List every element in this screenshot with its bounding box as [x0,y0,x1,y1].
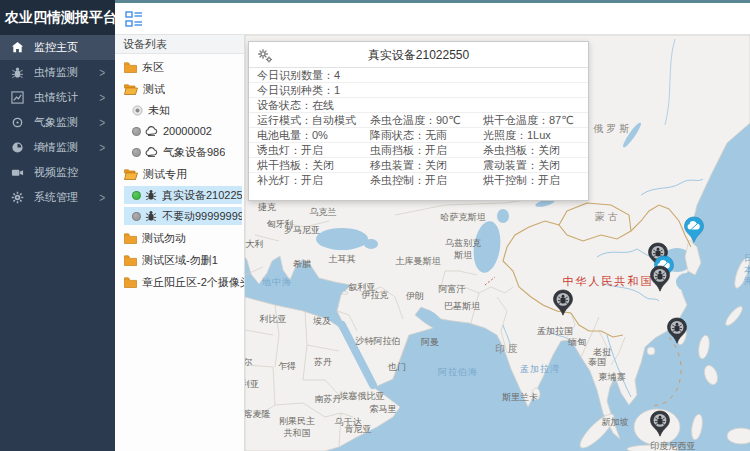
tree-device[interactable]: 真实设备21022550 [124,186,242,204]
popup-header: 真实设备21022550 [249,42,588,68]
popup-grid-cell: 烘干控制：开启 [475,173,588,188]
popup-grid-cell: 震动装置：关闭 [475,158,588,172]
popup-grid-row: 电池电量：0%降雨状态：无雨光照度：1Lux [249,128,588,143]
tree-panel-toggle-icon[interactable] [125,10,143,28]
sidebar-item-label: 系统管理 [34,190,78,205]
sidebar-item-2[interactable]: 虫情监测> [0,60,115,85]
popup-stat-row: 今日识别数量：4 [249,68,588,83]
sidebar-item-label: 气象监测 [34,115,78,130]
unknown-device-icon [132,105,143,116]
popup-grid-row: 诱虫灯：开启虫雨挡板：开启杀虫挡板：关闭 [249,143,588,158]
tree-folder[interactable]: 章丘阳丘区-2个摄像头 [115,273,244,291]
insect-device-marker[interactable] [649,410,671,438]
sidebar-item-label: 虫情统计 [34,90,78,105]
video-icon [10,166,24,180]
settings-gears-icon[interactable] [257,47,273,63]
folder-icon [124,255,137,266]
folder-icon [124,233,137,244]
folder-open-icon [124,84,138,95]
chevron-right-icon: > [99,115,105,129]
tree-item-label: 真实设备21022550 [162,188,242,203]
sidebar-item-label: 虫情监测 [34,65,78,80]
popup-grid-cell: 烘干挡板：关闭 [249,158,362,172]
tree-folder[interactable]: 测试勿动 [115,229,244,247]
sidebar-item-7[interactable]: 系统管理> [0,185,115,210]
popup-grid-cell: 移虫装置：关闭 [362,158,475,172]
popup-grid-cell: 降雨状态：无雨 [362,128,475,142]
insect-device-icon [145,189,157,201]
device-list-panel: 设备列表 东区测试未知20000002气象设备986测试专用真实设备210225… [115,35,245,451]
tree-item-label: 20000002 [163,125,212,137]
chevron-right-icon: > [99,90,105,104]
sidebar-item-label: 视频监控 [34,165,78,180]
tree-item-label: 未知 [148,103,170,118]
weather-device-icon [145,126,158,136]
popup-grid-row: 补光灯：开启杀虫控制：开启烘干控制：开启 [249,173,588,188]
home-icon [10,41,24,55]
tree-device[interactable]: 不要动99999999 [124,207,242,225]
chevron-right-icon: > [99,140,105,154]
folder-open-icon [124,169,138,180]
tree-device[interactable]: 未知 [115,101,244,119]
sidebar-item-4[interactable]: 气象监测> [0,110,115,135]
popup-grid-cell: 电池电量：0% [249,128,362,142]
tree-item-label: 章丘阳丘区-2个摄像头 [142,275,244,290]
tree-folder[interactable]: 测试专用 [115,165,244,183]
app-title: 农业四情测报平台 [0,0,115,35]
popup-stat-row: 今日识别种类：1 [249,83,588,98]
popup-grid-cell: 虫雨挡板：开启 [362,143,475,157]
sidebar-item-label: 监控主页 [34,40,78,55]
popup-stat-row: 设备状态：在线 [249,98,588,113]
tree-item-label: 东区 [142,60,164,75]
sidebar-item-label: 墒情监测 [34,140,78,155]
insect-device-marker[interactable] [666,317,688,345]
folder-icon [124,62,137,73]
chevron-right-icon: > [99,65,105,79]
sidebar-menu: 监控主页虫情监测>虫情统计>气象监测>墒情监测>视频监控系统管理> [0,35,115,210]
chart-icon [10,91,24,105]
tree-item-label: 气象设备986 [163,145,225,160]
sidebar-item-3[interactable]: 虫情统计> [0,85,115,110]
status-offline-dot [132,212,141,221]
popup-grid-cell: 运行模式：自动模式 [249,113,362,127]
tree-item-label: 测试专用 [143,167,187,182]
tree-folder[interactable]: 测试 [115,80,244,98]
map-canvas[interactable]: 俄罗斯蒙古中华人民共和国捷克乌克兰哈萨克斯坦匈牙利罗马尼亚意大利乌兹别克 斯坦土… [245,35,750,451]
tree-device[interactable]: 20000002 [115,122,244,140]
popup-grid-cell: 烘干仓温度：87℃ [475,113,588,127]
status-offline-dot [132,148,141,157]
sidebar-item-1[interactable]: 监控主页 [0,35,115,60]
weather-icon [10,116,24,130]
popup-grid-row: 烘干挡板：关闭移虫装置：关闭震动装置：关闭 [249,158,588,173]
tree-folder[interactable]: 东区 [115,58,244,76]
popup-grid-cell: 光照度：1Lux [475,128,588,142]
popup-title: 真实设备21022550 [368,48,469,62]
device-tree: 东区测试未知20000002气象设备986测试专用真实设备21022550不要动… [115,58,244,291]
tree-device[interactable]: 气象设备986 [115,143,244,161]
popup-body: 今日识别数量：4今日识别种类：1设备状态：在线运行模式：自动模式杀虫仓温度：90… [249,68,588,188]
popup-grid-cell: 杀虫仓温度：90℃ [362,113,475,127]
moisture-icon [10,141,24,155]
insect-device-icon [145,210,157,222]
tree-item-label: 测试勿动 [142,231,186,246]
gear-icon [10,191,24,205]
app-window: 农业四情测报平台 监控主页虫情监测>虫情统计>气象监测>墒情监测>视频监控系统管… [0,0,750,451]
insect-device-marker[interactable] [649,265,671,293]
topbar [115,3,750,35]
sidebar-item-5[interactable]: 墒情监测> [0,135,115,160]
sidebar-item-6[interactable]: 视频监控 [0,160,115,185]
folder-icon [124,277,137,288]
chevron-right-icon: > [99,190,105,204]
weather-device-icon [145,147,158,157]
popup-grid-cell: 诱虫灯：开启 [249,143,362,157]
bug-icon [10,66,24,80]
tree-item-label: 测试 [143,82,165,97]
device-info-popup: 真实设备21022550 今日识别数量：4今日识别种类：1设备状态：在线运行模式… [248,41,589,201]
popup-grid-cell: 补光灯：开启 [249,173,362,188]
weather-device-marker[interactable] [683,216,705,244]
tree-folder[interactable]: 测试区域-勿删1 [115,251,244,269]
device-list-header: 设备列表 [115,35,244,54]
tree-item-label: 测试区域-勿删1 [142,253,218,268]
insect-device-marker[interactable] [552,289,574,317]
status-offline-dot [132,127,141,136]
